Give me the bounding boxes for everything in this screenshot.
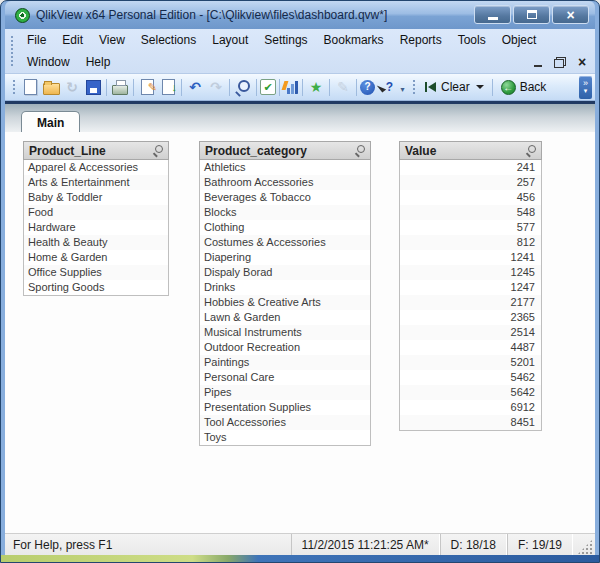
menu-item[interactable]: Bookmarks bbox=[316, 31, 392, 49]
list-item[interactable]: Hardware bbox=[24, 220, 168, 235]
open-file-icon[interactable] bbox=[41, 77, 61, 97]
clear-dropdown-icon[interactable] bbox=[476, 85, 484, 89]
list-item[interactable]: 1241 bbox=[400, 250, 541, 265]
menu-item[interactable]: Layout bbox=[204, 31, 256, 49]
list-item[interactable]: Home & Garden bbox=[24, 250, 168, 265]
add-bookmark-icon[interactable]: ★ bbox=[306, 77, 326, 97]
list-item[interactable]: 812 bbox=[400, 235, 541, 250]
list-item[interactable]: Health & Beauty bbox=[24, 235, 168, 250]
quick-chart-wizard-icon[interactable] bbox=[283, 80, 299, 94]
list-item[interactable]: Beverages & Tobacco bbox=[200, 190, 370, 205]
toolbar-separator bbox=[492, 79, 493, 96]
list-item[interactable]: 2365 bbox=[400, 310, 541, 325]
list-item[interactable]: Athletics bbox=[200, 160, 370, 175]
list-item[interactable]: Outdoor Recreation bbox=[200, 340, 370, 355]
context-help-icon[interactable]: ? bbox=[376, 77, 396, 97]
list-item[interactable]: 548 bbox=[400, 205, 541, 220]
list-item[interactable]: Hobbies & Creative Arts bbox=[200, 295, 370, 310]
list-item[interactable]: Pipes bbox=[200, 385, 370, 400]
menu-item[interactable]: View bbox=[91, 31, 133, 49]
listbox-product-category-header[interactable]: Product_category bbox=[199, 141, 371, 160]
menubar-grip[interactable] bbox=[10, 35, 14, 67]
current-selections-icon[interactable]: ✔ bbox=[260, 79, 276, 95]
list-item[interactable]: 5201 bbox=[400, 355, 541, 370]
listbox-value-header[interactable]: Value bbox=[399, 141, 542, 160]
print-icon[interactable] bbox=[110, 77, 130, 97]
list-item[interactable]: 456 bbox=[400, 190, 541, 205]
search-icon[interactable] bbox=[153, 145, 163, 156]
list-item[interactable]: 5642 bbox=[400, 385, 541, 400]
clear-button[interactable]: Clear bbox=[420, 78, 489, 96]
list-item[interactable]: Costumes & Accessories bbox=[200, 235, 370, 250]
list-item[interactable]: 8451 bbox=[400, 415, 541, 430]
list-item[interactable]: Tool Accessories bbox=[200, 415, 370, 430]
list-item[interactable]: Personal Care bbox=[200, 370, 370, 385]
window-title: QlikView x64 Personal Edition - [C:\Qlik… bbox=[36, 8, 387, 22]
back-button[interactable]: Back bbox=[496, 78, 552, 97]
list-item[interactable]: 5462 bbox=[400, 370, 541, 385]
menu-item[interactable]: Object bbox=[494, 31, 545, 49]
list-item[interactable]: 2514 bbox=[400, 325, 541, 340]
listbox-product-line: Product_Line Apparel & AccessoriesArts &… bbox=[23, 141, 169, 296]
menu-item[interactable]: File bbox=[19, 31, 54, 49]
menu-item[interactable]: Help bbox=[78, 53, 119, 71]
list-item[interactable]: 257 bbox=[400, 175, 541, 190]
list-item[interactable]: 4487 bbox=[400, 340, 541, 355]
list-item[interactable]: Bathroom Accessories bbox=[200, 175, 370, 190]
list-item[interactable]: Sporting Goods bbox=[24, 280, 168, 295]
child-minimize-icon[interactable] bbox=[531, 56, 545, 68]
list-item[interactable]: Presentation Supplies bbox=[200, 400, 370, 415]
resize-grip[interactable] bbox=[577, 539, 593, 555]
list-item[interactable]: Paintings bbox=[200, 355, 370, 370]
undo-icon[interactable]: ↶ bbox=[185, 77, 205, 97]
child-restore-icon[interactable] bbox=[553, 56, 567, 68]
list-item[interactable]: Toys bbox=[200, 430, 370, 445]
list-item[interactable]: Lawn & Garden bbox=[200, 310, 370, 325]
toolbar-overflow-icon[interactable] bbox=[579, 76, 592, 99]
list-item[interactable]: 2177 bbox=[400, 295, 541, 310]
list-item[interactable]: Baby & Toddler bbox=[24, 190, 168, 205]
list-item[interactable]: Drinks bbox=[200, 280, 370, 295]
menu-item[interactable]: Reports bbox=[392, 31, 450, 49]
menu-item[interactable]: Settings bbox=[256, 31, 315, 49]
search-icon[interactable] bbox=[233, 77, 253, 97]
listbox-value-title: Value bbox=[405, 144, 436, 158]
nav-toolbar-grip[interactable] bbox=[412, 79, 416, 96]
menu-item[interactable]: Window bbox=[19, 53, 78, 71]
list-item[interactable]: 1245 bbox=[400, 265, 541, 280]
minimize-button[interactable] bbox=[474, 5, 511, 24]
list-item[interactable]: Dispaly Borad bbox=[200, 265, 370, 280]
reload-data-icon[interactable] bbox=[158, 77, 178, 97]
listbox-product-line-header[interactable]: Product_Line bbox=[23, 141, 169, 160]
list-item[interactable]: 241 bbox=[400, 160, 541, 175]
list-item[interactable]: Arts & Entertainment bbox=[24, 175, 168, 190]
menu-item[interactable]: Edit bbox=[54, 31, 91, 49]
list-item[interactable]: Blocks bbox=[200, 205, 370, 220]
list-item[interactable]: Food bbox=[24, 205, 168, 220]
status-panel: D: 18/18 bbox=[440, 534, 507, 555]
tab-main[interactable]: Main bbox=[21, 111, 80, 133]
menu-item[interactable]: Selections bbox=[133, 31, 204, 49]
list-item[interactable]: 1247 bbox=[400, 280, 541, 295]
search-icon[interactable] bbox=[355, 145, 365, 156]
toolbar-options-icon[interactable] bbox=[397, 77, 408, 97]
save-icon[interactable] bbox=[83, 77, 103, 97]
child-close-icon[interactable] bbox=[575, 56, 589, 68]
list-item[interactable]: Diapering bbox=[200, 250, 370, 265]
list-item[interactable]: 577 bbox=[400, 220, 541, 235]
list-item[interactable]: Apparel & Accessories bbox=[24, 160, 168, 175]
close-button[interactable] bbox=[552, 5, 589, 24]
list-item[interactable]: 6912 bbox=[400, 400, 541, 415]
help-icon[interactable]: ? bbox=[360, 80, 375, 95]
search-icon[interactable] bbox=[526, 145, 536, 156]
list-item[interactable]: Office Supplies bbox=[24, 265, 168, 280]
maximize-button[interactable] bbox=[513, 5, 550, 24]
edit-script-icon[interactable] bbox=[137, 77, 157, 97]
list-item[interactable]: Musical Instruments bbox=[200, 325, 370, 340]
list-item[interactable]: Clothing bbox=[200, 220, 370, 235]
new-document-icon[interactable] bbox=[20, 77, 40, 97]
menu-item[interactable]: Tools bbox=[450, 31, 494, 49]
title-bar[interactable]: QlikView x64 Personal Edition - [C:\Qlik… bbox=[5, 1, 595, 29]
toolbar-grip[interactable] bbox=[12, 79, 16, 96]
back-icon bbox=[501, 80, 516, 95]
